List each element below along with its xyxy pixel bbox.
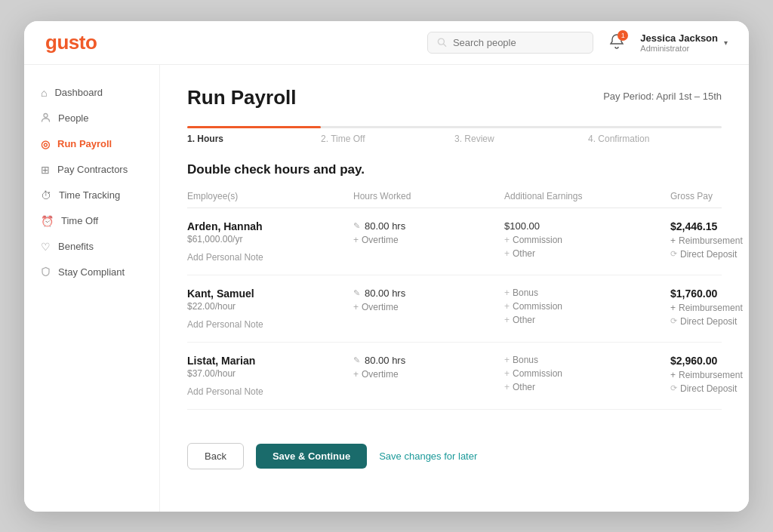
step-review: 3. Review: [454, 123, 588, 144]
commission-2[interactable]: + Commission: [504, 301, 670, 312]
employee-name-1: Arden, Hannah: [187, 220, 353, 232]
sidebar-item-time-tracking[interactable]: ⏱ Time Tracking: [24, 183, 159, 208]
add-note-1[interactable]: Add Personal Note: [187, 252, 353, 263]
table-row: Kant, Samuel $22.00/hour Add Personal No…: [187, 275, 722, 343]
plus-icon: +: [504, 288, 510, 298]
progress-steps: 1. Hours 2. Time Off 3. Review 4. Confir…: [187, 123, 722, 144]
plus-icon: +: [670, 303, 676, 313]
hours-value-3: 80.00 hrs: [365, 355, 405, 366]
main-layout: ⌂ Dashboard People ◎ Run Payroll ⊞ Pay C…: [24, 65, 749, 512]
table-row: Arden, Hannah $61,000.00/yr Add Personal…: [187, 208, 722, 275]
sidebar-label-dashboard: Dashboard: [54, 87, 103, 98]
sidebar-label-pay-contractors: Pay Contractors: [57, 164, 128, 175]
payroll-icon: ◎: [41, 138, 50, 150]
person-icon: [41, 112, 51, 125]
header: gusto 1 Jessica Jackson Administra: [24, 21, 749, 65]
sidebar-label-benefits: Benefits: [58, 241, 94, 252]
hours-value-2: 80.00 hrs: [365, 288, 405, 299]
other-2[interactable]: + Other: [504, 315, 670, 325]
plus-icon: +: [504, 368, 510, 379]
table-row: Listat, Marian $37.00/hour Add Personal …: [187, 343, 722, 410]
table-header: Employee(s) Hours Worked Additional Earn…: [187, 191, 722, 208]
hours-main-3: ✎ 80.00 hrs: [353, 355, 504, 366]
edit-icon-1: ✎: [353, 221, 360, 231]
direct-deposit-2[interactable]: ⟳ Direct Deposit: [670, 316, 743, 327]
sidebar-label-stay-compliant: Stay Compliant: [58, 266, 125, 278]
home-icon: ⌂: [41, 87, 47, 99]
dd-icon-1: ⟳: [670, 249, 677, 259]
col-employees: Employee(s): [187, 191, 353, 201]
user-menu[interactable]: Jessica Jackson Administrator ▾: [640, 32, 728, 53]
sidebar: ⌂ Dashboard People ◎ Run Payroll ⊞ Pay C…: [24, 65, 160, 512]
add-overtime-3[interactable]: + Overtime: [353, 369, 504, 380]
sidebar-item-dashboard[interactable]: ⌂ Dashboard: [24, 80, 159, 106]
gross-value-2: $1,760.00: [670, 288, 743, 300]
time-off-icon: ⏰: [41, 215, 54, 227]
commission-1[interactable]: + Commission: [504, 235, 670, 245]
plus-icon: +: [504, 301, 510, 312]
bonus-2[interactable]: + Bonus: [504, 288, 670, 298]
add-note-2[interactable]: Add Personal Note: [187, 319, 353, 330]
commission-3[interactable]: + Commission: [504, 368, 670, 379]
notification-badge: 1: [617, 30, 628, 41]
sidebar-item-people[interactable]: People: [24, 106, 159, 131]
save-later-button[interactable]: Save changes for later: [379, 451, 477, 462]
notification-button[interactable]: 1: [605, 30, 628, 55]
search-bar[interactable]: [427, 32, 593, 54]
save-continue-button[interactable]: Save & Continue: [256, 444, 367, 469]
earnings-col-2: + Bonus + Commission + Other: [504, 288, 670, 325]
gross-col-3: $2,960.00 + Reimbursement ⟳ Direct Depos…: [670, 355, 743, 394]
add-note-3[interactable]: Add Personal Note: [187, 386, 353, 397]
overtime-label-1: Overtime: [362, 235, 399, 245]
footer-actions: Back Save & Continue Save changes for la…: [187, 431, 722, 469]
employee-rate-3: $37.00/hour: [187, 368, 353, 379]
gross-col-1: $2,446.15 + Reimbursement ⟳ Direct Depos…: [670, 220, 743, 260]
hours-value-1: 80.00 hrs: [365, 220, 405, 232]
sidebar-item-stay-compliant[interactable]: Stay Compliant: [24, 260, 159, 285]
pay-period: Pay Period: April 1st – 15th: [603, 91, 722, 102]
sidebar-label-run-payroll: Run Payroll: [57, 138, 112, 149]
sidebar-label-time-tracking: Time Tracking: [59, 189, 120, 201]
gross-col-2: $1,760.00 + Reimbursement ⟳ Direct Depos…: [670, 288, 743, 327]
sidebar-label-time-off: Time Off: [61, 215, 98, 226]
plus-icon: +: [504, 235, 510, 245]
plus-icon: +: [353, 369, 359, 380]
sidebar-item-pay-contractors[interactable]: ⊞ Pay Contractors: [24, 157, 159, 183]
hours-col-1: ✎ 80.00 hrs + Overtime: [353, 220, 504, 245]
direct-deposit-3[interactable]: ⟳ Direct Deposit: [670, 383, 743, 394]
col-earnings: Additional Earnings: [504, 191, 670, 201]
gross-value-3: $2,960.00: [670, 355, 743, 367]
employee-name-2: Kant, Samuel: [187, 288, 353, 300]
gross-value-1: $2,446.15: [670, 220, 743, 232]
shield-icon: [41, 266, 51, 278]
search-input[interactable]: [453, 37, 584, 48]
reimbursement-1[interactable]: + Reimbursement: [670, 235, 743, 246]
reimbursement-3[interactable]: + Reimbursement: [670, 370, 743, 380]
plus-icon: +: [504, 355, 510, 365]
sidebar-item-run-payroll[interactable]: ◎ Run Payroll: [24, 131, 159, 157]
plus-icon: +: [504, 315, 510, 325]
edit-icon-2: ✎: [353, 288, 360, 298]
plus-icon: +: [353, 302, 359, 312]
sidebar-item-time-off[interactable]: ⏰ Time Off: [24, 208, 159, 234]
main-content: Run Payroll Pay Period: April 1st – 15th…: [160, 65, 749, 512]
direct-deposit-1[interactable]: ⟳ Direct Deposit: [670, 249, 743, 260]
back-button[interactable]: Back: [187, 443, 244, 469]
other-3[interactable]: + Other: [504, 382, 670, 392]
bonus-3[interactable]: + Bonus: [504, 355, 670, 365]
sidebar-item-benefits[interactable]: ♡ Benefits: [24, 234, 159, 260]
other-1[interactable]: + Other: [504, 248, 670, 259]
step-confirmation: 4. Confirmation: [588, 123, 722, 144]
overtime-label-3: Overtime: [362, 369, 399, 380]
employee-rate-1: $61,000.00/yr: [187, 234, 353, 244]
sidebar-label-people: People: [58, 112, 88, 124]
add-overtime-2[interactable]: + Overtime: [353, 302, 504, 312]
hours-main-1: ✎ 80.00 hrs: [353, 220, 504, 232]
employee-rate-2: $22.00/hour: [187, 301, 353, 312]
reimbursement-2[interactable]: + Reimbursement: [670, 303, 743, 313]
earnings-col-3: + Bonus + Commission + Other: [504, 355, 670, 392]
col-gross: Gross Pay: [670, 191, 722, 201]
add-overtime-1[interactable]: + Overtime: [353, 235, 504, 245]
edit-icon-3: ✎: [353, 355, 360, 365]
employee-col-3: Listat, Marian $37.00/hour Add Personal …: [187, 355, 353, 397]
